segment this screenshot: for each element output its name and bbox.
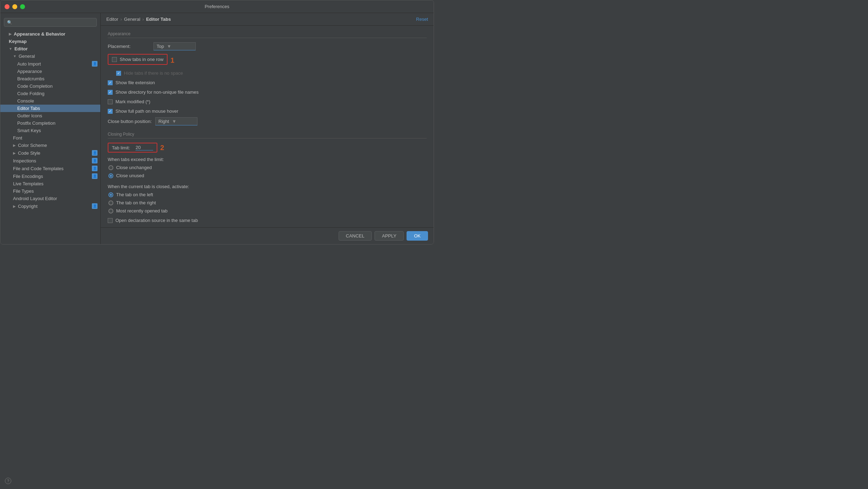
bottom-buttons: CANCEL APPLY OK [101, 227, 434, 244]
sidebar-item-android-layout-editor[interactable]: Android Layout Editor [0, 195, 100, 202]
sidebar-item-code-style[interactable]: ▶ Code Style 👤 [0, 149, 100, 157]
open-declaration-label: Open declaration source in the same tab [115, 218, 198, 223]
show-tabs-one-row-label: Show tabs in one row [120, 57, 163, 62]
sidebar-item-file-code-templates[interactable]: File and Code Templates 👤 [0, 165, 100, 172]
show-full-path-row: Show full path on mouse hover [108, 108, 427, 114]
tab-on-right-label: The tab on the right [116, 200, 156, 205]
close-unchanged-row: Close unchanged [108, 165, 427, 170]
sidebar: 🔍 ▶ Appearance & Behavior Keymap ▼ Edito… [0, 13, 101, 244]
most-recently-radio[interactable] [108, 209, 113, 213]
search-input[interactable] [14, 20, 94, 25]
hide-tabs-no-space-checkbox[interactable] [116, 71, 121, 76]
ok-button[interactable]: OK [407, 231, 428, 241]
appearance-section-title: Appearance [108, 31, 427, 38]
minimize-button[interactable] [12, 4, 17, 9]
arrow-icon: ▶ [13, 143, 16, 147]
sidebar-item-auto-import[interactable]: Auto Import 👤 [0, 60, 100, 68]
search-box[interactable]: 🔍 [4, 18, 97, 27]
placement-row: Placement: Top ▼ [108, 42, 427, 50]
badge-icon: 👤 [92, 166, 98, 171]
sidebar-item-label: Code Completion [17, 83, 52, 89]
arrow-icon: ▼ [13, 54, 17, 58]
sidebar-item-label: Postfix Completion [17, 120, 55, 126]
badge-icon: 👤 [92, 158, 98, 163]
close-button-position-dropdown[interactable]: Right ▼ [155, 117, 197, 125]
sidebar-item-label: Smart Keys [17, 128, 41, 133]
chevron-down-icon: ▼ [172, 119, 176, 124]
when-tabs-exceed-label: When tabs exceed the limit: [108, 157, 427, 162]
main-panel: Editor › General › Editor Tabs Reset App… [101, 13, 434, 244]
show-file-extension-checkbox[interactable] [108, 80, 113, 85]
sidebar-item-file-types[interactable]: File Types [0, 187, 100, 195]
sidebar-item-keymap[interactable]: Keymap [0, 38, 100, 45]
sidebar-item-label: Appearance [17, 69, 42, 74]
sidebar-item-label: Android Layout Editor [13, 196, 57, 201]
breadcrumb-general: General [124, 17, 140, 22]
apply-button[interactable]: APPLY [375, 231, 404, 241]
reset-button[interactable]: Reset [416, 17, 428, 22]
sidebar-item-label: Copyright [18, 204, 38, 209]
sidebar-item-live-templates[interactable]: Live Templates [0, 180, 100, 187]
sidebar-item-code-completion[interactable]: Code Completion [0, 82, 100, 90]
open-declaration-row: Open declaration source in the same tab [108, 217, 427, 224]
close-unchanged-label: Close unchanged [116, 165, 152, 170]
sidebar-item-label: Editor [14, 46, 28, 51]
sidebar-item-postfix-completion[interactable]: Postfix Completion [0, 119, 100, 127]
tab-on-left-radio[interactable] [108, 192, 113, 197]
tab-on-right-radio[interactable] [108, 200, 113, 205]
sidebar-item-inspections[interactable]: Inspections 👤 [0, 157, 100, 165]
arrow-icon: ▶ [13, 151, 16, 155]
sidebar-item-gutter-icons[interactable]: Gutter Icons [0, 112, 100, 119]
sidebar-item-file-encodings[interactable]: File Encodings 👤 [0, 172, 100, 180]
sidebar-item-appearance-behavior[interactable]: ▶ Appearance & Behavior [0, 30, 100, 38]
sidebar-item-label: Editor Tabs [17, 106, 40, 111]
maximize-button[interactable] [20, 4, 25, 9]
close-button[interactable] [5, 4, 10, 9]
hide-tabs-no-space-row: Hide tabs if there is no space [108, 70, 427, 76]
tab-limit-input[interactable] [136, 145, 153, 150]
sidebar-item-editor[interactable]: ▼ Editor [0, 45, 100, 52]
badge-icon: 👤 [92, 203, 98, 209]
show-directory-row: Show directory for non-unique file names [108, 89, 427, 95]
show-directory-label: Show directory for non-unique file names [115, 89, 199, 95]
close-unchanged-radio[interactable] [108, 165, 113, 170]
sidebar-item-label: Console [17, 98, 34, 104]
mark-modified-checkbox[interactable] [108, 99, 113, 104]
open-declaration-checkbox[interactable] [108, 218, 113, 223]
tab-on-left-row: The tab on the left [108, 192, 427, 197]
show-directory-checkbox[interactable] [108, 90, 113, 95]
sidebar-item-copyright[interactable]: ▶ Copyright 👤 [0, 202, 100, 210]
placement-label: Placement: [108, 44, 150, 49]
badge-icon: 👤 [92, 61, 98, 67]
traffic-lights [5, 4, 25, 9]
show-tabs-one-row-checkbox[interactable] [112, 57, 117, 62]
breadcrumb-current: Editor Tabs [146, 17, 171, 22]
window-title: Preferences [205, 4, 229, 9]
preferences-window: Preferences 🔍 ▶ Appearance & Behavior Ke… [0, 0, 434, 244]
sidebar-item-label: File and Code Templates [13, 166, 64, 171]
sidebar-item-appearance[interactable]: Appearance [0, 68, 100, 75]
when-current-closed-label: When the current tab is closed, activate… [108, 184, 427, 189]
sidebar-item-editor-tabs[interactable]: Editor Tabs [0, 105, 100, 112]
close-button-position-row: Close button position: Right ▼ [108, 117, 427, 125]
tab-on-left-label: The tab on the left [116, 192, 153, 197]
sidebar-item-smart-keys[interactable]: Smart Keys [0, 127, 100, 134]
placement-dropdown[interactable]: Top ▼ [153, 42, 196, 50]
cancel-button[interactable]: CANCEL [339, 231, 372, 241]
sidebar-item-breadcrumbs[interactable]: Breadcrumbs [0, 75, 100, 82]
sidebar-item-label: File Types [13, 188, 34, 194]
sidebar-item-code-folding[interactable]: Code Folding [0, 90, 100, 97]
sidebar-item-color-scheme[interactable]: ▶ Color Scheme [0, 142, 100, 149]
sidebar-item-console[interactable]: Console [0, 97, 100, 105]
breadcrumb-editor: Editor [106, 17, 118, 22]
closing-policy-title: Closing Policy [108, 132, 427, 138]
sidebar-item-general[interactable]: ▼ General [0, 52, 100, 60]
search-icon: 🔍 [7, 20, 12, 25]
show-full-path-checkbox[interactable] [108, 109, 113, 114]
sidebar-item-label: File Encodings [13, 174, 43, 179]
close-unused-radio[interactable] [108, 173, 113, 178]
close-button-position-value: Right [158, 119, 169, 124]
hide-tabs-no-space-label: Hide tabs if there is no space [124, 70, 183, 76]
sidebar-item-font[interactable]: Font [0, 134, 100, 142]
annotation-2: 2 [160, 144, 164, 152]
